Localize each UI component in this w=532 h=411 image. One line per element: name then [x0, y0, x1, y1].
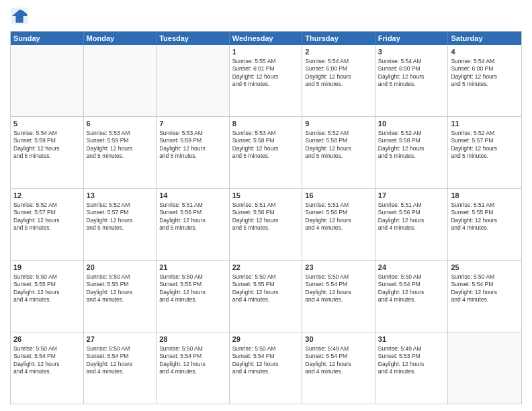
- cell-day-number: 30: [305, 334, 372, 345]
- calendar-body: 1Sunrise: 5:55 AM Sunset: 6:01 PM Daylig…: [11, 45, 521, 404]
- calendar-row: 12Sunrise: 5:52 AM Sunset: 5:57 PM Dayli…: [11, 188, 521, 260]
- cell-info: Sunrise: 5:52 AM Sunset: 5:57 PM Dayligh…: [87, 201, 154, 232]
- cell-info: Sunrise: 5:52 AM Sunset: 5:57 PM Dayligh…: [13, 201, 81, 232]
- calendar-row: 26Sunrise: 5:50 AM Sunset: 5:54 PM Dayli…: [11, 332, 521, 404]
- cell-day-number: 23: [305, 263, 372, 273]
- calendar-row: 19Sunrise: 5:50 AM Sunset: 5:55 PM Dayli…: [11, 260, 521, 332]
- calendar-cell: 10Sunrise: 5:52 AM Sunset: 5:58 PM Dayli…: [375, 117, 449, 188]
- cell-info: Sunrise: 5:50 AM Sunset: 5:54 PM Dayligh…: [451, 273, 519, 304]
- cell-day-number: 11: [451, 119, 519, 129]
- cell-info: Sunrise: 5:50 AM Sunset: 5:55 PM Dayligh…: [159, 273, 226, 304]
- cell-day-number: 29: [232, 334, 300, 345]
- calendar-cell: [11, 45, 84, 116]
- weekday-header: Monday: [84, 32, 157, 45]
- calendar-cell: 21Sunrise: 5:50 AM Sunset: 5:55 PM Dayli…: [157, 261, 230, 332]
- cell-day-number: 14: [159, 191, 226, 201]
- cell-day-number: 28: [159, 334, 226, 345]
- cell-info: Sunrise: 5:51 AM Sunset: 5:56 PM Dayligh…: [378, 201, 445, 232]
- cell-info: Sunrise: 5:51 AM Sunset: 5:55 PM Dayligh…: [451, 201, 519, 232]
- cell-day-number: 16: [305, 191, 372, 201]
- cell-info: Sunrise: 5:50 AM Sunset: 5:54 PM Dayligh…: [159, 345, 226, 376]
- cell-day-number: 24: [378, 263, 445, 273]
- cell-day-number: 5: [13, 119, 81, 129]
- cell-day-number: 31: [378, 334, 445, 345]
- calendar-cell: 14Sunrise: 5:51 AM Sunset: 5:56 PM Dayli…: [157, 189, 230, 260]
- cell-day-number: 6: [87, 119, 154, 129]
- weekday-header: Sunday: [11, 32, 84, 45]
- cell-info: Sunrise: 5:51 AM Sunset: 5:56 PM Dayligh…: [305, 201, 372, 232]
- cell-info: Sunrise: 5:52 AM Sunset: 5:58 PM Dayligh…: [305, 130, 372, 161]
- calendar-cell: [84, 45, 157, 116]
- calendar-cell: 6Sunrise: 5:53 AM Sunset: 5:59 PM Daylig…: [84, 117, 157, 188]
- cell-day-number: 4: [451, 47, 519, 57]
- calendar-cell: 25Sunrise: 5:50 AM Sunset: 5:54 PM Dayli…: [448, 261, 521, 332]
- cell-info: Sunrise: 5:53 AM Sunset: 5:59 PM Dayligh…: [87, 130, 154, 161]
- weekday-header: Wednesday: [230, 32, 303, 45]
- calendar-cell: 24Sunrise: 5:50 AM Sunset: 5:54 PM Dayli…: [375, 261, 449, 332]
- cell-info: Sunrise: 5:51 AM Sunset: 5:56 PM Dayligh…: [159, 201, 226, 232]
- calendar-cell: 17Sunrise: 5:51 AM Sunset: 5:56 PM Dayli…: [375, 189, 449, 260]
- cell-info: Sunrise: 5:54 AM Sunset: 6:00 PM Dayligh…: [451, 58, 519, 89]
- cell-day-number: 17: [378, 191, 445, 201]
- cell-day-number: 9: [305, 119, 372, 129]
- cell-info: Sunrise: 5:50 AM Sunset: 5:55 PM Dayligh…: [87, 273, 154, 304]
- cell-day-number: 27: [87, 334, 154, 345]
- cell-day-number: 1: [232, 47, 300, 57]
- cell-info: Sunrise: 5:50 AM Sunset: 5:54 PM Dayligh…: [305, 273, 372, 304]
- logo-icon: [10, 7, 29, 26]
- calendar-row: 1Sunrise: 5:55 AM Sunset: 6:01 PM Daylig…: [11, 45, 521, 116]
- cell-day-number: 25: [451, 263, 519, 273]
- calendar-cell: 29Sunrise: 5:50 AM Sunset: 5:54 PM Dayli…: [230, 332, 303, 404]
- calendar-cell: 20Sunrise: 5:50 AM Sunset: 5:55 PM Dayli…: [84, 261, 157, 332]
- cell-info: Sunrise: 5:50 AM Sunset: 5:55 PM Dayligh…: [13, 273, 81, 304]
- calendar-cell: [448, 332, 521, 404]
- calendar-cell: 5Sunrise: 5:54 AM Sunset: 5:59 PM Daylig…: [11, 117, 84, 188]
- calendar-cell: 12Sunrise: 5:52 AM Sunset: 5:57 PM Dayli…: [11, 189, 84, 260]
- cell-day-number: 19: [13, 263, 81, 273]
- calendar-cell: 11Sunrise: 5:52 AM Sunset: 5:57 PM Dayli…: [448, 117, 521, 188]
- cell-info: Sunrise: 5:50 AM Sunset: 5:54 PM Dayligh…: [232, 345, 300, 376]
- calendar-cell: [157, 45, 230, 116]
- calendar-cell: 16Sunrise: 5:51 AM Sunset: 5:56 PM Dayli…: [302, 189, 375, 260]
- calendar-cell: 28Sunrise: 5:50 AM Sunset: 5:54 PM Dayli…: [157, 332, 230, 404]
- calendar: SundayMondayTuesdayWednesdayThursdayFrid…: [10, 31, 522, 404]
- page: SundayMondayTuesdayWednesdayThursdayFrid…: [0, 0, 532, 411]
- cell-info: Sunrise: 5:49 AM Sunset: 5:53 PM Dayligh…: [378, 345, 445, 376]
- calendar-cell: 23Sunrise: 5:50 AM Sunset: 5:54 PM Dayli…: [302, 261, 375, 332]
- calendar-cell: 9Sunrise: 5:52 AM Sunset: 5:58 PM Daylig…: [302, 117, 375, 188]
- calendar-cell: 1Sunrise: 5:55 AM Sunset: 6:01 PM Daylig…: [230, 45, 303, 116]
- calendar-cell: 3Sunrise: 5:54 AM Sunset: 6:00 PM Daylig…: [375, 45, 449, 116]
- cell-day-number: 21: [159, 263, 226, 273]
- calendar-cell: 30Sunrise: 5:49 AM Sunset: 5:54 PM Dayli…: [302, 332, 375, 404]
- weekday-header: Saturday: [448, 32, 521, 45]
- cell-info: Sunrise: 5:50 AM Sunset: 5:54 PM Dayligh…: [378, 273, 445, 304]
- cell-info: Sunrise: 5:52 AM Sunset: 5:57 PM Dayligh…: [451, 130, 519, 161]
- calendar-cell: 2Sunrise: 5:54 AM Sunset: 6:00 PM Daylig…: [302, 45, 375, 116]
- calendar-cell: 18Sunrise: 5:51 AM Sunset: 5:55 PM Dayli…: [448, 189, 521, 260]
- cell-info: Sunrise: 5:52 AM Sunset: 5:58 PM Dayligh…: [378, 130, 445, 161]
- cell-info: Sunrise: 5:54 AM Sunset: 6:00 PM Dayligh…: [305, 58, 372, 89]
- cell-day-number: 26: [13, 334, 81, 345]
- calendar-cell: 19Sunrise: 5:50 AM Sunset: 5:55 PM Dayli…: [11, 261, 84, 332]
- cell-day-number: 10: [378, 119, 445, 129]
- calendar-cell: 7Sunrise: 5:53 AM Sunset: 5:59 PM Daylig…: [157, 117, 230, 188]
- cell-day-number: 12: [13, 191, 81, 201]
- cell-day-number: 7: [159, 119, 226, 129]
- cell-day-number: 2: [305, 47, 372, 57]
- calendar-cell: 31Sunrise: 5:49 AM Sunset: 5:53 PM Dayli…: [375, 332, 449, 404]
- cell-day-number: 20: [87, 263, 154, 273]
- cell-info: Sunrise: 5:54 AM Sunset: 6:00 PM Dayligh…: [378, 58, 445, 89]
- cell-info: Sunrise: 5:53 AM Sunset: 5:59 PM Dayligh…: [159, 130, 226, 161]
- cell-info: Sunrise: 5:51 AM Sunset: 5:56 PM Dayligh…: [232, 201, 300, 232]
- cell-day-number: 15: [232, 191, 300, 201]
- cell-day-number: 18: [451, 191, 519, 201]
- calendar-cell: 26Sunrise: 5:50 AM Sunset: 5:54 PM Dayli…: [11, 332, 84, 404]
- cell-day-number: 3: [378, 47, 445, 57]
- calendar-cell: 4Sunrise: 5:54 AM Sunset: 6:00 PM Daylig…: [448, 45, 521, 116]
- weekday-header: Tuesday: [157, 32, 230, 45]
- calendar-cell: 22Sunrise: 5:50 AM Sunset: 5:55 PM Dayli…: [230, 261, 303, 332]
- cell-info: Sunrise: 5:50 AM Sunset: 5:54 PM Dayligh…: [87, 345, 154, 376]
- cell-info: Sunrise: 5:54 AM Sunset: 5:59 PM Dayligh…: [13, 130, 81, 161]
- weekday-header: Thursday: [302, 32, 375, 45]
- cell-info: Sunrise: 5:50 AM Sunset: 5:55 PM Dayligh…: [232, 273, 300, 304]
